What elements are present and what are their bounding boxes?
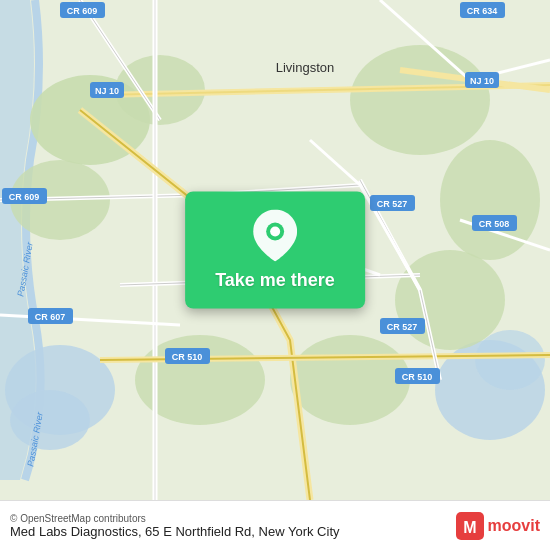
bottom-left-info: © OpenStreetMap contributors Med Labs Di… bbox=[10, 513, 456, 539]
svg-text:Livingston: Livingston bbox=[276, 60, 335, 75]
svg-point-10 bbox=[290, 335, 410, 425]
bottom-bar: © OpenStreetMap contributors Med Labs Di… bbox=[0, 500, 550, 550]
svg-text:CR 510: CR 510 bbox=[402, 372, 433, 382]
svg-text:CR 527: CR 527 bbox=[377, 199, 408, 209]
take-me-there-label: Take me there bbox=[215, 270, 335, 291]
location-text: Med Labs Diagnostics, 65 E Northfield Rd… bbox=[10, 524, 456, 539]
svg-text:NJ 10: NJ 10 bbox=[95, 86, 119, 96]
openstreetmap-credit: © OpenStreetMap contributors bbox=[10, 513, 456, 524]
svg-text:CR 508: CR 508 bbox=[479, 219, 510, 229]
location-pin-icon bbox=[253, 210, 297, 262]
moovit-icon: M bbox=[456, 512, 484, 540]
svg-text:NJ 10: NJ 10 bbox=[470, 76, 494, 86]
svg-point-2 bbox=[10, 390, 90, 450]
svg-text:CR 609: CR 609 bbox=[9, 192, 40, 202]
take-me-there-overlay[interactable]: Take me there bbox=[185, 192, 365, 309]
map-container: CR 609 CR 634 NJ 10 NJ 10 CR 609 Livings… bbox=[0, 0, 550, 500]
moovit-text: moovit bbox=[488, 517, 540, 535]
take-me-there-button[interactable]: Take me there bbox=[185, 192, 365, 309]
svg-text:CR 527: CR 527 bbox=[387, 322, 418, 332]
svg-text:CR 634: CR 634 bbox=[467, 6, 498, 16]
svg-point-8 bbox=[350, 45, 490, 155]
svg-text:CR 510: CR 510 bbox=[172, 352, 203, 362]
svg-point-4 bbox=[475, 330, 545, 390]
svg-point-11 bbox=[395, 250, 505, 350]
svg-text:M: M bbox=[463, 519, 476, 536]
moovit-logo: M moovit bbox=[456, 512, 540, 540]
svg-text:CR 607: CR 607 bbox=[35, 312, 66, 322]
svg-text:CR 609: CR 609 bbox=[67, 6, 98, 16]
svg-point-41 bbox=[270, 227, 280, 237]
